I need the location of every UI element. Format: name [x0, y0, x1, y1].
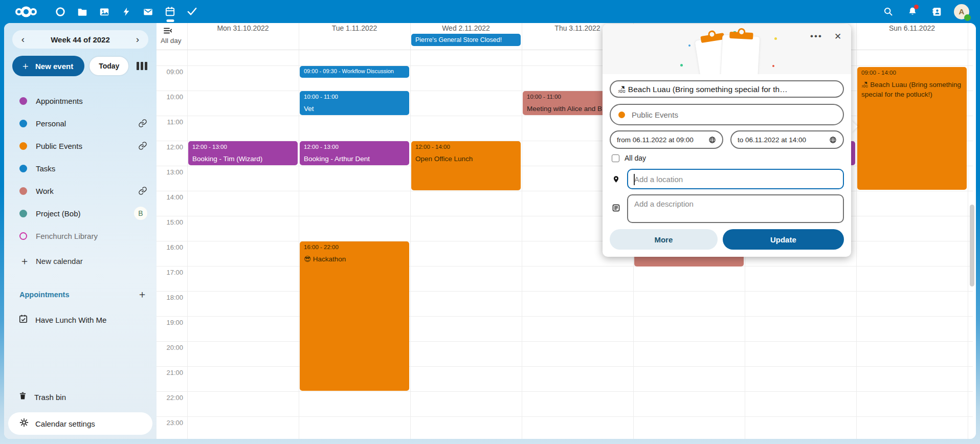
share-link-icon[interactable]	[138, 141, 147, 150]
event-title: Booking - Arthur Dent	[304, 154, 405, 164]
next-week-button[interactable]: ›	[130, 32, 145, 47]
topbar: A	[0, 0, 980, 23]
tasks-icon[interactable]	[181, 0, 203, 23]
sidebar-toggle-icon[interactable]	[164, 27, 172, 36]
event-title: Vet	[304, 104, 405, 114]
timezone-globe-icon[interactable]	[829, 136, 837, 144]
location-input[interactable]	[634, 170, 837, 188]
appointments-heading: Appointments	[19, 291, 69, 299]
calendar-check-icon	[18, 314, 28, 326]
notifications-bell-icon[interactable]	[902, 0, 923, 23]
mail-icon[interactable]	[137, 0, 159, 23]
previous-week-button[interactable]: ‹	[15, 32, 31, 47]
calendar-event[interactable]: 12:00 - 13:00Booking - Arthur Dent	[300, 141, 409, 165]
event-title-input[interactable]: 🏖 Beach Luau (Bring something special fo…	[610, 80, 844, 98]
calendar-name: Work	[36, 187, 138, 195]
files-icon[interactable]	[71, 0, 93, 23]
calendar-event[interactable]: 16:00 - 22:00😎 Hackathon	[300, 241, 409, 391]
grid-line	[157, 291, 973, 292]
sidebar-calendar-item[interactable]: Work	[4, 180, 157, 202]
event-title: 😎 Hackathon	[304, 254, 405, 264]
hour-label: 18:00	[157, 294, 183, 301]
user-avatar[interactable]: A	[951, 0, 972, 23]
update-button[interactable]: Update	[723, 229, 844, 250]
hour-label: 17:00	[157, 269, 183, 276]
sidebar-calendar-item[interactable]: Fenchurch Library	[4, 225, 157, 247]
vertical-scrollbar[interactable]	[970, 205, 974, 286]
nextcloud-logo[interactable]	[9, 0, 43, 23]
calendar-icon[interactable]	[159, 0, 181, 23]
calendar-name: Project (Bob)	[36, 209, 134, 218]
grid-column-line	[299, 23, 299, 439]
photos-icon[interactable]	[93, 0, 115, 23]
appointment-item[interactable]: Have Lunch With Me	[4, 308, 157, 331]
hour-label: 19:00	[157, 319, 183, 326]
more-button[interactable]: More	[610, 229, 718, 250]
more-options-icon[interactable]: •••	[809, 29, 823, 43]
contacts-icon[interactable]	[927, 0, 947, 23]
description-textarea[interactable]	[627, 194, 844, 223]
activity-icon[interactable]	[115, 0, 137, 23]
grid-column-line	[856, 23, 857, 439]
grid-line	[157, 341, 973, 342]
calendar-select[interactable]: Public Events	[610, 104, 844, 125]
event-title: Booking - Tim (Wizard)	[192, 154, 294, 164]
notification-badge	[914, 5, 919, 9]
timezone-globe-icon[interactable]	[708, 136, 716, 144]
week-label[interactable]: Week 44 of 2022	[51, 35, 110, 44]
sidebar-calendar-item[interactable]: Public Events	[4, 135, 157, 157]
grid-column-line	[187, 23, 188, 439]
share-link-icon[interactable]	[138, 186, 147, 195]
add-appointment-button[interactable]: ＋	[137, 287, 147, 301]
calendar-event[interactable]: 12:00 - 14:00Open Office Lunch	[411, 141, 521, 190]
calendar-color-dot	[618, 112, 625, 118]
dashboard-icon[interactable]	[49, 0, 71, 23]
event-title: Open Office Lunch	[415, 154, 517, 164]
week-navigation: ‹ Week 44 of 2022 ›	[12, 30, 148, 49]
shared-user-avatar: B	[134, 207, 147, 220]
calendar-color-dot	[19, 187, 27, 195]
event-time: 09:00 - 14:00	[861, 70, 963, 76]
location-pin-icon	[610, 169, 622, 189]
location-input-wrapper	[627, 169, 844, 189]
hour-label: 12:00	[157, 143, 183, 151]
calendar-settings-button[interactable]: Calendar settings	[8, 412, 152, 435]
grid-line	[157, 266, 973, 267]
calendar-name: Fenchurch Library	[36, 232, 147, 240]
share-link-icon[interactable]	[138, 119, 147, 128]
start-datetime-field[interactable]: from 06.11.2022 at 09:00	[610, 130, 723, 149]
grid-column-line	[410, 23, 411, 439]
calendar-event[interactable]: 12:00 - 13:00Booking - Tim (Wizard)	[188, 141, 298, 165]
calendar-event[interactable]: Pierre's General Store Closed!	[411, 34, 521, 46]
clipboard-illustration	[720, 34, 761, 74]
new-calendar-button[interactable]: ＋ New calendar	[4, 250, 157, 272]
hour-label: 14:00	[157, 193, 183, 201]
today-button[interactable]: Today	[90, 57, 128, 75]
day-header: Sun 6.11.2022	[856, 23, 968, 33]
sidebar-calendar-item[interactable]: Tasks	[4, 157, 157, 180]
calendar-color-dot	[19, 232, 27, 240]
app-content: ‹ Week 44 of 2022 › ＋ New event Today Ap…	[4, 23, 976, 439]
all-day-checkbox[interactable]	[612, 154, 619, 162]
close-icon[interactable]: ✕	[831, 29, 845, 43]
sidebar-calendar-item[interactable]: Personal	[4, 112, 157, 135]
view-columns-icon[interactable]	[137, 62, 147, 70]
trash-bin-button[interactable]: Trash bin	[4, 386, 157, 408]
calendar-color-dot	[19, 97, 27, 105]
active-app-indicator	[166, 19, 174, 22]
event-editor-popup: ••• ✕ 🏖 Beach Luau (Bring something spec…	[603, 24, 851, 257]
calendar-color-dot	[19, 142, 27, 150]
sidebar-calendar-item[interactable]: Project (Bob)B	[4, 202, 157, 225]
end-datetime-field[interactable]: to 06.11.2022 at 14:00	[730, 130, 844, 149]
new-event-button[interactable]: ＋ New event	[12, 56, 84, 76]
calendar-name: Appointments	[36, 97, 147, 105]
sidebar-calendar-item[interactable]: Appointments	[4, 90, 157, 112]
calendar-event[interactable]: 09:00 - 09:30 - Workflow Discussion	[300, 66, 409, 78]
all-day-checkbox-row[interactable]: All day	[610, 152, 844, 164]
search-icon[interactable]	[878, 0, 898, 23]
hour-label: 16:00	[157, 243, 183, 251]
hour-label: 13:00	[157, 168, 183, 176]
grid-line	[157, 316, 973, 317]
calendar-event[interactable]: 09:00 - 14:00🏖 Beach Luau (Bring somethi…	[857, 67, 967, 190]
calendar-event[interactable]: 10:00 - 11:00Vet	[300, 91, 409, 115]
